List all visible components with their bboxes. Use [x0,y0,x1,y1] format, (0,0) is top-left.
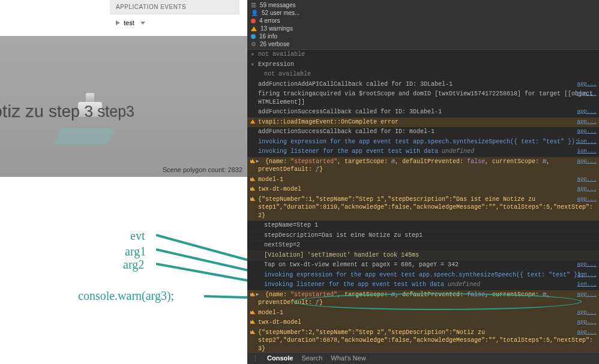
floor-plane [53,128,115,145]
chevron-down-icon[interactable] [140,22,145,25]
console-output[interactable]: ✕not available ✕Expression not available… [247,50,599,352]
log-row-warn[interactable]: ▶model-1app... [247,175,599,185]
filter-user-messages[interactable]: 👤52 user mes... [247,9,599,17]
filter-errors[interactable]: 4 errors [247,17,599,25]
devtools-panel: ☰59 messages 👤52 user mes... 4 errors 13… [247,0,599,364]
log-row-warn[interactable]: ▶ ▶ {name: "stepstarted", targetScope: m… [247,157,599,175]
expression-row: ✕not available [247,50,599,60]
log-row-warn[interactable]: ▶{"stepNumber":1,"stepName":"Step 1","st… [247,195,599,221]
log-row: nextStep=2 [247,240,599,251]
gear-icon: ⚙ [251,41,256,47]
tab-whatsnew[interactable]: What's New [331,354,366,362]
app-event-item[interactable]: test [110,14,239,31]
annotation-arg2: arg2 [123,258,144,272]
log-row: addFunctionAddAPICallCallback called for… [247,80,599,90]
info-dot-icon [251,34,256,39]
drawer-menu-icon[interactable]: ⋮ [252,354,259,362]
log-row: invoking expression for the app event te… [247,270,599,281]
devtools-drawer-tabs: ⋮ Console Search What's New [247,352,599,364]
tab-console[interactable]: Console [267,354,293,362]
annotation-consolewarn: console.warn(arg3); [78,289,174,303]
application-events-panel: APPLICATION EVENTS test [110,0,239,31]
annotation-evt: evt [130,229,145,243]
app-event-label: test [124,19,134,26]
log-row-violation: [Violation] 'setTimeout' handler took 14… [247,251,599,261]
filter-verbose[interactable]: ⚙26 verbose [247,40,599,48]
log-row-warn[interactable]: ▶model-1app... [247,308,599,318]
filter-warnings[interactable]: 13 warnings [247,25,599,32]
console-filter-bar: ☰59 messages 👤52 user mes... 4 errors 13… [247,0,599,50]
log-row-warn[interactable]: ▶twx-dt-modelapp... [247,318,599,328]
log-row-warn[interactable]: ▶twx-dt-modelapp... [247,185,599,195]
annotation-arg1: arg1 [125,245,146,258]
filter-info[interactable]: 16 info [247,32,599,40]
warning-triangle-icon [251,26,257,31]
log-row: invoking expression for the app event te… [247,137,599,148]
log-row: invoking listener for the app event test… [247,147,599,157]
tab-search[interactable]: Search [301,354,322,362]
log-row: addFunctionSuccessCallback called for ID… [247,107,599,118]
log-row: stepDescription=Das ist eine Notize zu s… [247,231,599,241]
play-icon [116,20,120,25]
filter-messages[interactable]: ☰59 messages [247,1,599,9]
log-row: stepName=Step 1 [247,221,599,231]
expression-result: not available [247,70,599,80]
log-row: Tap on twx-dt-view element at pageX = 68… [247,260,599,270]
app-events-header: APPLICATION EVENTS [110,0,239,14]
log-row: firing trackingacquired via $rootScope a… [247,89,599,107]
expression-row: ✕Expression [247,60,599,70]
log-row-warn[interactable]: ▶ ▶ {name: "stepstarted", targetScope: m… [247,290,599,308]
3d-viewport[interactable]: otiz zu step 3 step3 Scene polygon count… [0,36,247,177]
log-row: addFunctionSuccessCallback called for ID… [247,127,599,137]
error-dot-icon [251,19,256,23]
log-row-warn[interactable]: ▶{"stepNumber":2,"stepName":"Step 2","st… [247,328,599,353]
log-row-warn: tvapi::LoadImageEvent::OnComplete errora… [247,118,599,128]
scene-overlay-text: otiz zu step 3 step3 [0,101,134,122]
polygon-count: Scene polygon count: 2832 [163,166,242,173]
log-row: invoking listener for the app event test… [247,280,599,290]
